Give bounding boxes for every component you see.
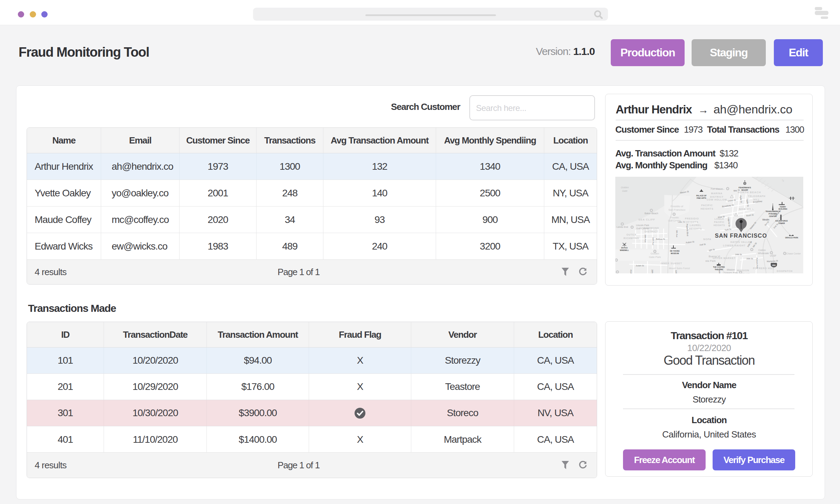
- svg-text:DUTCH: DUTCH: [621, 247, 628, 249]
- svg-text:Baker Beach: Baker Beach: [645, 212, 658, 215]
- svg-text:SAN FRANCISCO: SAN FRANCISCO: [715, 232, 767, 239]
- svg-text:Presidio of: Presidio of: [671, 205, 684, 208]
- svg-text:THEATRE: THEATRE: [715, 268, 723, 271]
- svg-text:PACIFIC: PACIFIC: [701, 204, 713, 206]
- svg-text:MARINA: MARINA: [711, 192, 723, 195]
- svg-text:NORTH BEACH: NORTH BEACH: [738, 191, 761, 194]
- svg-text:DISTRICT: DISTRICT: [645, 230, 658, 233]
- svg-text:CENTER: CENTER: [769, 215, 777, 217]
- svg-text:TRANSAMERICA: TRANSAMERICA: [765, 210, 780, 212]
- svg-text:Presidio: Presidio: [670, 216, 679, 219]
- svg-text:Judah St: Judah St: [636, 265, 644, 267]
- svg-text:MUSEUM: MUSEUM: [671, 252, 679, 254]
- svg-text:sta Park: sta Park: [705, 259, 716, 262]
- svg-text:9th Ave: 9th Ave: [676, 230, 678, 238]
- svg-text:Arguello Blvd: Arguello Blvd: [686, 224, 688, 236]
- svg-text:Westin: Westin: [762, 218, 769, 221]
- svg-text:COW HOLLOW: COW HOLLOW: [707, 198, 727, 201]
- svg-text:28th Av: 28th Av: [651, 270, 654, 273]
- svg-text:30th Ave: 30th Ave: [644, 234, 646, 243]
- svg-text:FINE ARTS: FINE ARTS: [696, 197, 706, 199]
- svg-text:280: 280: [772, 264, 776, 266]
- svg-text:HEIGHTS: HEIGHTS: [686, 221, 699, 223]
- svg-text:Wholesale: Wholesale: [758, 252, 769, 254]
- svg-text:DE YOUNG: DE YOUNG: [670, 250, 680, 252]
- svg-text:DISTRICT: DISTRICT: [710, 196, 724, 198]
- svg-text:Lake St: Lake St: [678, 221, 685, 223]
- svg-text:WINDMILL: WINDMILL: [620, 249, 629, 251]
- svg-text:PRESIDIO: PRESIDIO: [685, 217, 699, 220]
- svg-text:Dolores Park: Dolores Park: [724, 272, 738, 273]
- svg-text:NOPA: NOPA: [704, 238, 712, 240]
- svg-text:POTRERO HILL: POTRERO HILL: [753, 267, 775, 270]
- svg-text:16th St: 16th St: [746, 258, 753, 260]
- svg-text:Gate Park: Gate Park: [649, 255, 661, 259]
- svg-text:TOWER: TOWER: [778, 222, 785, 224]
- svg-text:Mission: Mission: [727, 268, 735, 271]
- svg-text:FISHERMAN'S: FISHERMAN'S: [738, 187, 751, 189]
- svg-text:NOB HILL: NOB HILL: [739, 208, 754, 211]
- svg-text:SEA CLIFF: SEA CLIFF: [638, 218, 655, 221]
- svg-text:PALACE OF: PALACE OF: [696, 195, 707, 197]
- svg-text:Gate: Gate: [622, 190, 627, 192]
- svg-text:UCSF: UCSF: [770, 254, 777, 257]
- svg-text:LAUREL: LAUREL: [690, 224, 701, 226]
- svg-text:INNER SUNSET: INNER SUNSET: [660, 262, 682, 265]
- svg-text:DOGPATCH: DOGPATCH: [777, 270, 792, 272]
- svg-text:PACIFIC: PACIFIC: [714, 221, 724, 223]
- svg-text:PYRAMID: PYRAMID: [769, 213, 777, 215]
- svg-text:OUTER: OUTER: [626, 233, 637, 236]
- svg-text:THE CASTRO: THE CASTRO: [713, 266, 725, 268]
- svg-text:Fort Mason: Fort Mason: [711, 188, 723, 190]
- svg-text:Buena Vi: Buena Vi: [709, 255, 720, 258]
- svg-text:DISTRICT: DISTRICT: [736, 273, 750, 273]
- svg-text:RICHMOND: RICHMOND: [624, 237, 639, 239]
- svg-text:Petrero Ave: Petrero Ave: [756, 258, 758, 269]
- svg-text:HEIGHTS: HEIGHTS: [689, 227, 702, 230]
- svg-text:Lincoln Park: Lincoln Park: [636, 224, 649, 226]
- svg-text:14th St: 14th St: [735, 253, 742, 255]
- svg-text:Costco: Costco: [758, 249, 765, 251]
- svg-text:BUILDING: BUILDING: [778, 208, 787, 210]
- svg-text:Golf Course: Golf Course: [636, 227, 649, 230]
- svg-text:SALESFORCE: SALESFORCE: [775, 220, 788, 222]
- svg-text:10th A: 10th A: [675, 270, 678, 273]
- svg-text:LOWER HAIGHT: LOWER HAIGHT: [723, 244, 746, 247]
- svg-text:HEIGHTS: HEIGHTS: [701, 208, 714, 210]
- svg-text:41st Av: 41st Av: [630, 270, 632, 273]
- svg-text:HEIGHTS: HEIGHTS: [714, 224, 725, 226]
- svg-text:TELEGRAPH: TELEGRAPH: [748, 195, 765, 197]
- svg-text:Golden: Golden: [621, 186, 629, 189]
- svg-text:Balboa St: Balboa St: [656, 238, 665, 240]
- svg-text:MISSION: MISSION: [737, 269, 749, 272]
- svg-text:ORACLE PARK: ORACLE PARK: [785, 237, 798, 239]
- svg-text:Lands End: Lands End: [617, 226, 628, 228]
- svg-text:Chase Center: Chase Center: [786, 252, 801, 255]
- svg-text:San Francisco: San Francisco: [668, 208, 686, 211]
- svg-text:Mount Sutro Forest: Mount Sutro Forest: [669, 267, 690, 270]
- svg-text:WHARF: WHARF: [741, 189, 748, 191]
- svg-text:16th Ave: 16th Ave: [652, 237, 654, 245]
